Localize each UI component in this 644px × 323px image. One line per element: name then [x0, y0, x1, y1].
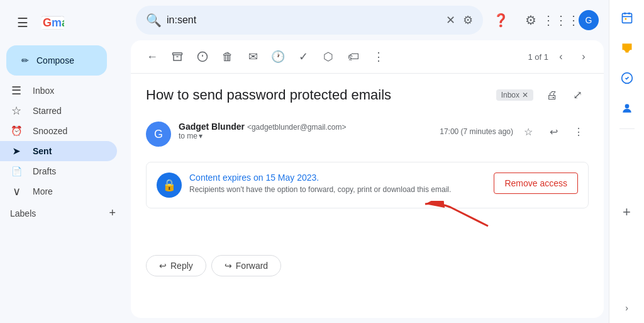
email-time: 17:00 (7 minutes ago) [440, 127, 513, 136]
inbox-label: Inbox [33, 86, 107, 96]
settings-button[interactable]: ⚙ [518, 8, 543, 33]
labels-add-button[interactable]: + [109, 207, 116, 220]
reply-button[interactable]: ↩ Reply [146, 255, 206, 276]
labels-button[interactable]: 🏷 [342, 45, 365, 68]
topbar-right: ❓ ⚙ ⋮⋮⋮ G [488, 8, 599, 33]
prev-email-button[interactable]: ‹ [551, 47, 571, 67]
contacts-button[interactable] [614, 96, 640, 121]
page-indicator: 1 of 1 [528, 52, 548, 62]
compose-button[interactable]: ✏ Compose [6, 45, 107, 76]
reply-label: Reply [170, 261, 193, 271]
sent-icon: ➤ [10, 146, 23, 156]
search-filter-icon[interactable]: ⚙ [463, 13, 473, 27]
email-view: ← 🗑 ✉ 🕐 ✓ ⬡ 🏷 ⋮ 1 of 1 ‹ › How to send p… [131, 40, 604, 318]
next-email-button[interactable]: › [574, 47, 594, 67]
email-subject: How to send password protected emails [146, 87, 489, 103]
keep-notes-button[interactable] [614, 35, 640, 60]
sidebar-item-starred[interactable]: ☆ Starred [0, 101, 117, 121]
account-avatar[interactable]: G [579, 10, 599, 30]
panel-collapse-button[interactable]: › [620, 298, 633, 318]
more-email-button[interactable]: ⋮ [569, 122, 589, 142]
move-to-button[interactable]: ⬡ [317, 45, 340, 68]
email-content-area: G Gadget Blunder <gadgetblunder@gmail.co… [131, 111, 604, 318]
starred-label: Starred [33, 106, 107, 116]
inbox-tag[interactable]: Inbox ✕ [496, 89, 533, 101]
remove-access-button[interactable]: Remove access [494, 173, 578, 194]
sidebar-item-snoozed[interactable]: ⏰ Snoozed [0, 121, 117, 141]
sidebar-item-more[interactable]: ∨ More [0, 181, 117, 201]
more-label: More [33, 186, 107, 196]
svg-rect-7 [622, 13, 631, 23]
subject-icons: 🖨 ⤢ [541, 84, 589, 106]
star-email-button[interactable]: ☆ [518, 122, 538, 142]
drafts-label: Drafts [33, 166, 107, 176]
protected-description: Recipients won't have the option to forw… [189, 185, 486, 194]
sidebar-item-drafts[interactable]: 📄 Drafts [0, 161, 117, 181]
google-calendar-button[interactable] [614, 5, 640, 30]
email-toolbar: ← 🗑 ✉ 🕐 ✓ ⬡ 🏷 ⋮ 1 of 1 ‹ › [131, 40, 604, 74]
search-clear-icon[interactable]: ✕ [446, 13, 455, 27]
search-bar: 🔍 ✕ ⚙ [136, 6, 483, 35]
svg-point-13 [625, 104, 629, 108]
annotation-container [146, 213, 589, 245]
sender-name-row: Gadget Blunder <gadgetblunder@gmail.com> [179, 122, 432, 132]
svg-rect-11 [625, 18, 626, 20]
topbar: 🔍 ✕ ⚙ ❓ ⚙ ⋮⋮⋮ G [126, 0, 609, 40]
sidebar-item-sent[interactable]: ➤ Sent [0, 141, 117, 161]
sender-info: Gadget Blunder <gadgetblunder@gmail.com>… [179, 122, 432, 140]
help-button[interactable]: ❓ [488, 8, 513, 33]
mark-unread-button[interactable]: ✉ [242, 45, 264, 68]
reply-icon: ↩ [159, 261, 167, 271]
open-in-new-button[interactable]: ⤢ [566, 84, 589, 106]
drafts-icon: 📄 [10, 166, 23, 176]
email-actions: 17:00 (7 minutes ago) ☆ ↩ ⋮ [440, 122, 589, 142]
labels-header: Labels [10, 208, 36, 218]
right-panel-divider [619, 128, 635, 129]
sidebar-item-inbox[interactable]: ☰ Inbox [0, 81, 117, 101]
sender-avatar[interactable]: G [146, 122, 171, 147]
search-input[interactable] [167, 14, 441, 26]
page-indicator-text: 1 of 1 [528, 52, 548, 62]
main-content: 🔍 ✕ ⚙ ❓ ⚙ ⋮⋮⋮ G ← 🗑 ✉ 🕐 ✓ ⬡ 🏷 [126, 0, 609, 323]
red-arrow-annotation [350, 201, 538, 232]
svg-text:Gmail: Gmail [43, 16, 64, 29]
email-header: G Gadget Blunder <gadgetblunder@gmail.co… [146, 116, 589, 152]
star-icon: ☆ [10, 104, 23, 118]
compose-label: Compose [36, 55, 74, 65]
tag-remove-icon[interactable]: ✕ [522, 91, 528, 99]
sidebar-header: ☰ Gmail [0, 5, 126, 40]
back-button[interactable]: ← [141, 45, 164, 68]
tag-label: Inbox [501, 91, 519, 99]
sender-name: Gadget Blunder [179, 122, 245, 132]
snooze-icon: ⏰ [10, 125, 23, 137]
add-to-tasks-button[interactable]: ✓ [292, 45, 314, 68]
report-spam-button[interactable] [191, 45, 214, 68]
archive-button[interactable] [166, 45, 189, 68]
to-me-label[interactable]: to me ▾ [179, 132, 432, 140]
add-panel-button[interactable]: + [614, 200, 640, 225]
forward-label: Forward [236, 261, 268, 271]
tasks-panel-button[interactable] [614, 65, 640, 91]
sender-email: <gadgetblunder@gmail.com> [247, 123, 347, 132]
snoozed-label: Snoozed [33, 126, 107, 136]
inbox-icon: ☰ [10, 84, 23, 98]
svg-rect-2 [173, 53, 182, 55]
snooze-button[interactable]: 🕐 [267, 45, 289, 68]
protected-title: Content expires on 15 May 2023. [189, 173, 486, 183]
more-options-button[interactable]: ⋮ [367, 45, 390, 68]
reply-section: ↩ Reply ↪ Forward [146, 245, 589, 292]
delete-button[interactable]: 🗑 [216, 45, 239, 68]
hamburger-menu[interactable]: ☰ [10, 10, 35, 35]
apps-button[interactable]: ⋮⋮⋮ [548, 8, 574, 33]
email-subject-bar: How to send password protected emails In… [131, 74, 604, 111]
forward-button[interactable]: ↪ Forward [211, 255, 281, 276]
sidebar: ☰ Gmail ✏ Compose ☰ Inbox ☆ Starred ⏰ [0, 0, 126, 323]
compose-icon: ✏ [21, 55, 29, 65]
sent-label: Sent [33, 146, 107, 156]
protected-text: Content expires on 15 May 2023. Recipien… [189, 173, 486, 194]
search-icon: 🔍 [146, 13, 162, 28]
reply-email-button[interactable]: ↩ [543, 122, 564, 142]
labels-section[interactable]: Labels + [0, 201, 126, 225]
gmail-logo: Gmail [42, 14, 64, 31]
print-button[interactable]: 🖨 [541, 84, 564, 106]
